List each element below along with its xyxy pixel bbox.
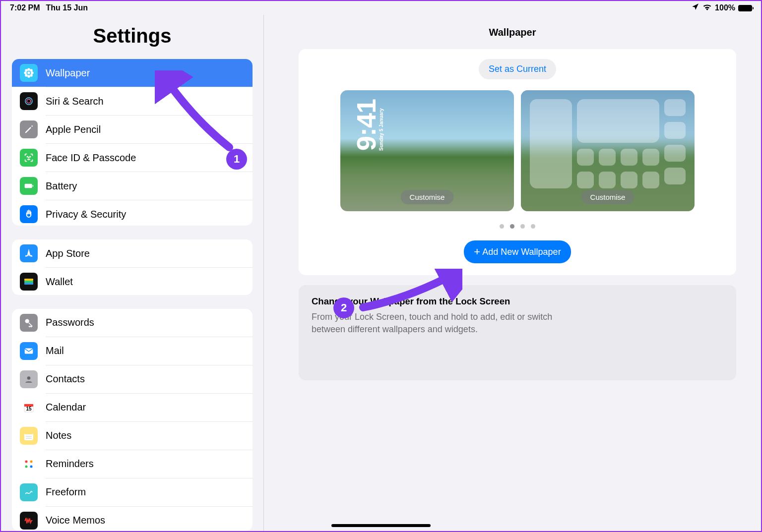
sidebar-item-freeform[interactable]: Freeform <box>12 478 253 506</box>
sidebar-item-label: App Store <box>46 248 90 259</box>
status-date: Thu 15 Jun <box>46 3 87 12</box>
sidebar-item-label: Voice Memos <box>46 515 105 526</box>
location-icon <box>692 3 699 13</box>
mail-icon <box>20 342 38 360</box>
hand-icon <box>20 205 38 223</box>
svg-rect-17 <box>24 281 33 283</box>
sidebar-item-label: Notes <box>46 430 71 441</box>
svg-rect-14 <box>25 184 32 188</box>
sidebar-item-label: Calendar <box>46 402 86 413</box>
sidebar-item-label: Passwords <box>46 317 94 328</box>
add-new-label: Add New Wallpaper <box>482 247 561 257</box>
svg-point-6 <box>30 69 32 72</box>
faceid-icon <box>20 149 38 167</box>
svg-point-33 <box>30 465 33 468</box>
sidebar-item-label: Face ID & Passcode <box>46 152 136 164</box>
svg-point-12 <box>27 156 28 157</box>
svg-rect-20 <box>25 348 33 354</box>
sidebar-item-contacts[interactable]: Contacts <box>12 365 253 393</box>
svg-rect-16 <box>24 279 33 281</box>
plus-icon: + <box>474 245 480 258</box>
customise-home-button[interactable]: Customise <box>581 190 635 204</box>
page-indicator <box>309 224 726 229</box>
svg-point-3 <box>24 71 27 74</box>
sidebar-item-label: Wallpaper <box>46 67 90 79</box>
siri-icon <box>20 92 38 110</box>
contacts-icon <box>20 370 38 388</box>
svg-point-19 <box>25 319 29 323</box>
svg-point-5 <box>25 69 28 72</box>
sidebar-item-wallet[interactable]: Wallet <box>12 268 253 295</box>
pencil-icon <box>20 120 38 138</box>
sidebar-item-voice-memos[interactable]: Voice Memos <box>12 507 253 532</box>
customise-lock-button[interactable]: Customise <box>401 190 454 204</box>
svg-rect-29 <box>24 459 34 469</box>
sidebar-item-app-store[interactable]: App Store <box>12 239 253 267</box>
reminders-icon <box>20 455 38 473</box>
battery-pct: 100% <box>715 3 735 12</box>
svg-point-7 <box>25 74 28 77</box>
notes-icon <box>20 427 38 445</box>
freeform-icon <box>20 483 38 501</box>
svg-point-31 <box>30 460 33 463</box>
status-time: 7:02 PM <box>10 3 40 12</box>
set-as-current-button[interactable]: Set as Current <box>479 59 556 79</box>
wifi-icon <box>702 3 712 12</box>
status-bar: 7:02 PM Thu 15 Jun 100% <box>1 1 761 15</box>
sidebar-item-mail[interactable]: Mail <box>12 337 253 365</box>
page-dot[interactable] <box>531 224 535 229</box>
home-indicator[interactable] <box>331 524 431 527</box>
page-dot[interactable] <box>520 224 525 229</box>
lock-screen-preview[interactable]: 9:41 Sunday 5 January Customise <box>340 90 514 211</box>
annotation-2-badge: 2 <box>333 297 354 318</box>
home-screen-preview[interactable]: Customise <box>521 90 695 211</box>
sidebar-item-battery[interactable]: Battery <box>12 172 253 200</box>
lock-time: 9:41 <box>351 99 381 151</box>
svg-rect-18 <box>24 283 33 285</box>
svg-point-30 <box>25 460 28 463</box>
sidebar-item-label: Contacts <box>46 373 85 385</box>
sidebar-group-store: App StoreWallet <box>12 239 253 295</box>
sidebar-item-passwords[interactable]: Passwords <box>12 309 253 337</box>
sidebar-item-label: Wallet <box>46 276 73 288</box>
sidebar-item-privacy-security[interactable]: Privacy & Security <box>12 200 253 226</box>
sidebar-item-calendar[interactable]: 15Calendar <box>12 394 253 421</box>
battery-icon <box>20 177 38 195</box>
svg-point-0 <box>27 71 30 74</box>
svg-point-4 <box>31 71 34 74</box>
appstore-icon <box>20 244 38 262</box>
svg-point-1 <box>27 68 30 71</box>
calendar-icon: 15 <box>20 399 38 416</box>
main-title: Wallpaper <box>264 15 761 49</box>
battery-full-icon <box>738 5 752 11</box>
svg-text:15: 15 <box>26 406 32 412</box>
add-new-wallpaper-button[interactable]: + Add New Wallpaper <box>464 240 571 263</box>
page-dot-active[interactable] <box>510 224 514 229</box>
sidebar-item-label: Battery <box>46 180 77 192</box>
svg-point-13 <box>30 156 30 157</box>
annotation-1-badge: 1 <box>226 149 247 170</box>
sidebar-item-label: Siri & Search <box>46 96 104 107</box>
flower-icon <box>20 64 38 82</box>
svg-point-21 <box>27 376 31 380</box>
page-dot[interactable] <box>500 224 504 229</box>
voicememos-icon <box>20 512 38 530</box>
sidebar-item-label: Reminders <box>46 458 94 470</box>
wallpaper-card: Set as Current 9:41 Sunday 5 January Cus… <box>299 49 736 275</box>
svg-rect-15 <box>33 185 34 186</box>
svg-point-8 <box>30 74 32 77</box>
sidebar-item-label: Apple Pencil <box>46 124 101 135</box>
sidebar-item-reminders[interactable]: Reminders <box>12 450 253 478</box>
key-icon <box>20 314 38 332</box>
wallet-icon <box>20 273 38 291</box>
annotation-1-arrow <box>155 70 239 155</box>
svg-point-32 <box>25 465 28 468</box>
svg-rect-26 <box>24 431 33 434</box>
svg-point-2 <box>27 75 30 78</box>
sidebar-item-label: Privacy & Security <box>46 209 126 220</box>
sidebar-item-label: Freeform <box>46 486 86 498</box>
main-panel: Wallpaper Set as Current 9:41 Sunday 5 J… <box>264 15 761 531</box>
sidebar-item-notes[interactable]: Notes <box>12 422 253 450</box>
sidebar-group-apps: PasswordsMailContacts15CalendarNotesRemi… <box>12 309 253 532</box>
page-title: Settings <box>1 15 263 59</box>
